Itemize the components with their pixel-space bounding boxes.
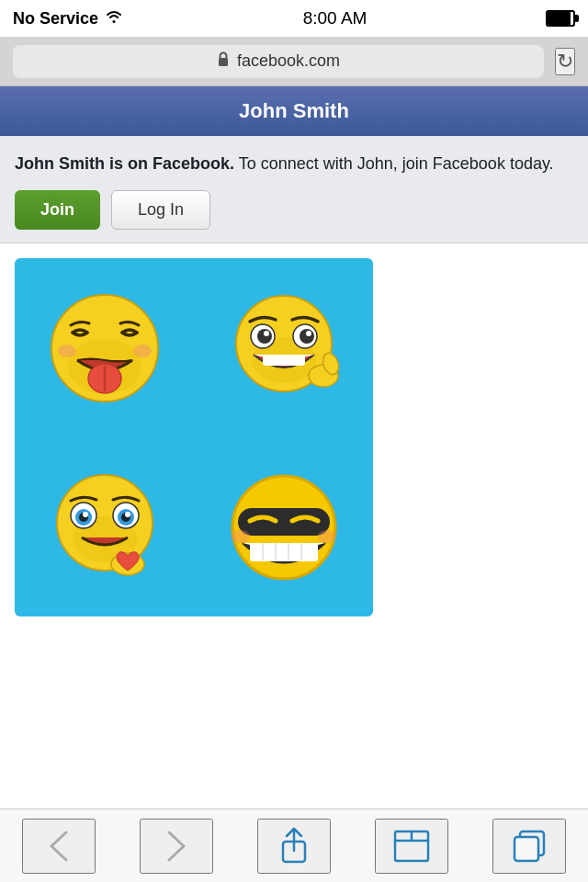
status-right bbox=[546, 10, 575, 27]
emoji-section bbox=[0, 243, 588, 631]
emoji-cell-1 bbox=[15, 258, 194, 437]
promo-rest: To connect with John, join Facebook toda… bbox=[234, 154, 554, 173]
facebook-header: John Smith bbox=[0, 86, 588, 136]
login-button[interactable]: Log In bbox=[111, 190, 210, 230]
svg-point-36 bbox=[232, 530, 250, 543]
battery-icon bbox=[546, 10, 575, 27]
svg-point-14 bbox=[306, 331, 311, 336]
svg-rect-15 bbox=[263, 355, 305, 366]
svg-point-26 bbox=[83, 512, 88, 517]
svg-point-13 bbox=[264, 331, 269, 336]
emoji-cell-3 bbox=[15, 437, 194, 616]
url-bar: facebook.com ↻ bbox=[0, 37, 588, 86]
tabs-button[interactable] bbox=[492, 819, 566, 874]
status-bar: No Service 8:00 AM bbox=[0, 0, 588, 37]
svg-point-37 bbox=[318, 530, 336, 543]
svg-point-5 bbox=[58, 345, 76, 357]
url-text: facebook.com bbox=[237, 51, 340, 71]
svg-point-27 bbox=[125, 512, 130, 517]
emoji-cell-4 bbox=[194, 437, 373, 616]
wifi-icon bbox=[104, 9, 124, 28]
bottom-toolbar bbox=[0, 808, 588, 882]
back-button[interactable] bbox=[22, 819, 96, 874]
bookmarks-button[interactable] bbox=[375, 819, 448, 874]
svg-point-12 bbox=[300, 329, 314, 344]
facebook-profile-title: John Smith bbox=[239, 99, 349, 123]
promo-bold: John Smith is on Facebook. bbox=[15, 154, 234, 173]
emoji-grid bbox=[15, 258, 373, 616]
emoji-cell-2 bbox=[194, 258, 373, 437]
svg-rect-31 bbox=[250, 543, 318, 561]
join-button[interactable]: Join bbox=[15, 190, 100, 230]
svg-rect-0 bbox=[219, 58, 228, 66]
battery-fill bbox=[548, 12, 571, 25]
reload-button[interactable]: ↻ bbox=[555, 48, 575, 75]
svg-point-11 bbox=[257, 329, 272, 344]
status-left: No Service bbox=[13, 9, 124, 28]
svg-point-6 bbox=[133, 345, 152, 357]
carrier-text: No Service bbox=[13, 9, 98, 28]
forward-button[interactable] bbox=[140, 819, 213, 874]
promo-buttons: Join Log In bbox=[15, 190, 573, 230]
promo-text: John Smith is on Facebook. To connect wi… bbox=[15, 153, 573, 175]
svg-rect-42 bbox=[514, 837, 538, 861]
share-button[interactable] bbox=[257, 819, 331, 874]
url-field[interactable]: facebook.com bbox=[13, 45, 544, 78]
facebook-promo: John Smith is on Facebook. To connect wi… bbox=[0, 136, 588, 243]
lock-icon bbox=[217, 51, 230, 72]
status-time: 8:00 AM bbox=[303, 8, 368, 28]
